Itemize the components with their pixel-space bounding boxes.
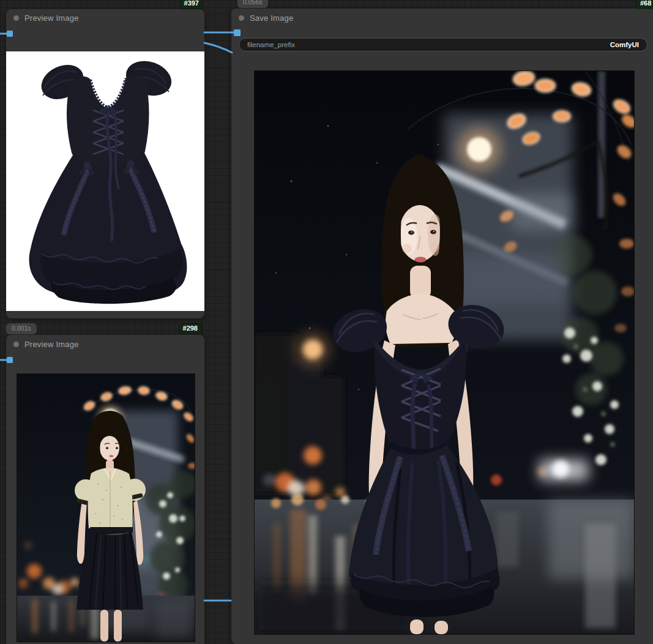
saved-image-night-street-dress <box>254 70 635 635</box>
node-title: Preview Image <box>24 340 79 349</box>
node-id-badge: #68 <box>636 0 653 9</box>
preview-image-night-street <box>17 373 195 642</box>
preview-image-dress <box>6 51 204 311</box>
collapse-dot-icon[interactable] <box>239 15 244 21</box>
node-title: Preview Image <box>24 13 79 23</box>
node-titlebar[interactable]: Preview Image <box>6 335 204 353</box>
node-id-badge: #397 <box>181 0 203 9</box>
node-id-badge: #298 <box>179 324 201 334</box>
widget-label: filename_prefix <box>247 41 295 48</box>
collapse-dot-icon[interactable] <box>13 342 19 347</box>
execution-time-chip: 0.001s <box>6 323 37 334</box>
node-graph-canvas[interactable]: #397 Preview Image <box>0 0 653 644</box>
node-preview-image-298[interactable]: 0.001s #298 Preview Image <box>6 335 204 644</box>
node-preview-image-397[interactable]: #397 Preview Image <box>6 9 204 318</box>
filename-prefix-widget[interactable]: filename_prefix ComfyUI <box>239 38 647 51</box>
node-titlebar[interactable]: Preview Image <box>6 9 204 26</box>
node-titlebar[interactable]: Save Image <box>231 9 653 27</box>
link-behind-save-node <box>204 43 232 53</box>
widget-value: ComfyUI <box>610 41 639 48</box>
node-title: Save Image <box>250 13 293 23</box>
node-save-image-68[interactable]: 0.056s #68 Save Image filename_prefix Co… <box>231 9 653 644</box>
execution-time-chip: 0.056s <box>237 0 268 8</box>
collapse-dot-icon[interactable] <box>13 15 19 21</box>
dress-illustration <box>29 56 187 304</box>
